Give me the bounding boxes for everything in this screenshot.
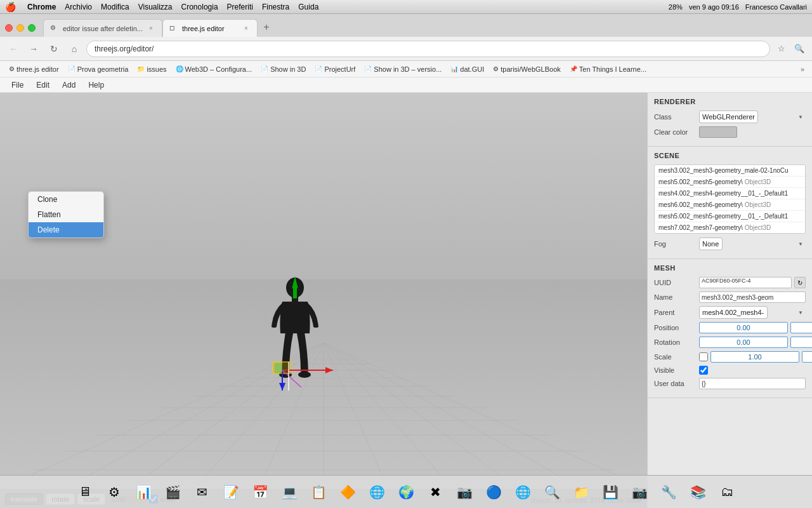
name-input[interactable] xyxy=(699,291,806,303)
dock-mail[interactable]: ✉ xyxy=(189,479,214,505)
menu-preferiti[interactable]: Preferiti xyxy=(227,3,253,11)
dock-finder[interactable]: 🖥 xyxy=(72,479,98,505)
dock-calendar[interactable]: 📅 xyxy=(247,479,273,505)
menu-edit[interactable]: Edit xyxy=(30,79,56,91)
bookmark-showin3d-version[interactable]: 📄 Show in 3D – versio... xyxy=(360,64,445,74)
search-icon[interactable]: 🔍 xyxy=(792,41,807,57)
ctx-clone[interactable]: Clone xyxy=(29,192,103,207)
dock-folder[interactable]: 📁 xyxy=(568,479,594,505)
reload-button[interactable]: ↻ xyxy=(46,41,62,57)
renderer-class-wrapper[interactable]: WebGLRenderer xyxy=(699,110,806,123)
menu-add[interactable]: Add xyxy=(56,79,82,91)
menu-finestra[interactable]: Finestra xyxy=(262,3,289,11)
scene-item-4[interactable]: mesh5.002_mesh5-geometry__01_-_Default1 xyxy=(655,211,805,222)
dock-activity-monitor[interactable]: 📊 xyxy=(131,479,156,505)
apple-menu-icon[interactable]: 🍎 xyxy=(5,2,16,12)
username: Francesco Cavallari xyxy=(745,3,807,11)
tab-threejs-editor[interactable]: ◻ three.js editor × xyxy=(162,19,258,37)
bookmark-star-icon[interactable]: ☆ xyxy=(774,41,789,57)
bookmark-web3d[interactable]: 🌐 Web3D – Configura... xyxy=(172,64,256,74)
dock-preview[interactable]: 📋 xyxy=(306,479,331,505)
forward-button[interactable]: → xyxy=(25,41,42,57)
scene-item-0[interactable]: mesh3.002_mesh3-geometry_male-02-1noCu xyxy=(655,165,805,177)
bookmark7-icon: 📄 xyxy=(364,65,372,72)
parent-wrapper[interactable]: mesh4.002_mesh4- xyxy=(699,306,806,319)
dock-vpn[interactable]: 🌐 xyxy=(510,479,535,505)
userdata-input[interactable] xyxy=(699,378,806,389)
renderer-clearcolor-swatch[interactable] xyxy=(699,126,737,138)
dock-chrome[interactable]: 🌐 xyxy=(364,479,390,505)
bookmark-issues[interactable]: 📁 issues xyxy=(133,64,170,74)
scene-item-2[interactable]: mesh4.002_mesh4-geometry__01_-_Default1 xyxy=(655,188,805,199)
3d-viewport[interactable]: objects: 14, vertices: 2774, faces: 5004… xyxy=(0,93,647,508)
dock-books[interactable]: 📚 xyxy=(685,479,710,505)
menu-visualizza[interactable]: Visualizza xyxy=(138,3,173,11)
scene-item-5[interactable]: mesh7.002_mesh7-geometry\ Object3D xyxy=(655,222,805,233)
address-input[interactable]: threejs.org/editor/ xyxy=(86,41,770,57)
dock-app1[interactable]: 🔶 xyxy=(335,479,360,505)
bookmark-tenthings[interactable]: 📌 Ten Things I Learne... xyxy=(566,64,650,74)
bookmark-threejs-editor[interactable]: ⚙ three.js editor xyxy=(5,64,63,74)
dock-terminal[interactable]: 💻 xyxy=(277,479,302,505)
menu-archivio[interactable]: Archivio xyxy=(65,3,92,11)
bookmarks-more-button[interactable]: » xyxy=(798,64,807,74)
window-close-button[interactable] xyxy=(5,24,13,32)
menu-file[interactable]: File xyxy=(5,79,30,91)
tab2-title: three.js editor xyxy=(182,25,238,32)
dock-stickies[interactable]: 📝 xyxy=(218,479,244,505)
dock-disk[interactable]: 💾 xyxy=(598,479,623,505)
new-tab-button[interactable]: + xyxy=(258,19,275,37)
menu-modifica[interactable]: Modifica xyxy=(101,3,129,11)
scene-item-5-type: Object3D xyxy=(743,224,771,231)
dock-tools[interactable]: 🔧 xyxy=(656,479,681,505)
uuid-refresh-button[interactable]: ↻ xyxy=(794,277,806,288)
ctx-delete[interactable]: Delete xyxy=(29,222,103,237)
bookmark-projecturf[interactable]: 📄 ProjectUrf xyxy=(311,64,359,74)
scale-fields xyxy=(710,351,812,363)
menu-guida[interactable]: Guida xyxy=(298,3,318,11)
dock-files[interactable]: 🗂 xyxy=(714,479,740,505)
dock-system-prefs[interactable]: ⚙ xyxy=(102,479,127,505)
scale-lock-checkbox[interactable] xyxy=(699,352,708,361)
rotation-x[interactable] xyxy=(699,337,788,348)
scene-item-3[interactable]: mesh6.002_mesh6-geometry\ Object3D xyxy=(655,199,805,211)
scene-list: mesh3.002_mesh3-geometry_male-02-1noCu m… xyxy=(654,164,806,234)
dock-camera[interactable]: 📷 xyxy=(452,479,477,505)
window-minimize-button[interactable] xyxy=(16,24,24,32)
window-maximize-button[interactable] xyxy=(28,24,36,32)
tab1-close-icon[interactable]: × xyxy=(147,24,155,33)
position-y[interactable] xyxy=(790,322,812,333)
renderer-class-select[interactable]: WebGLRenderer xyxy=(699,110,758,123)
rotation-y[interactable] xyxy=(790,337,812,348)
fog-select[interactable]: None xyxy=(699,237,723,250)
scale-y[interactable] xyxy=(802,351,812,363)
dock-skype[interactable]: 🔵 xyxy=(481,479,506,505)
dock-iphoto[interactable]: 📷 xyxy=(627,479,652,505)
scene-item-3-name: mesh6.002_mesh6-geometry\ xyxy=(658,201,743,208)
parent-select[interactable]: mesh4.002_mesh4- xyxy=(699,306,768,319)
scene-item-1-name: mesh5.002_mesh5-geometry\ xyxy=(658,178,743,185)
bookmark-showin3d[interactable]: 📄 Show in 3D xyxy=(257,64,310,74)
ctx-flatten[interactable]: Flatten xyxy=(29,207,103,222)
visible-checkbox[interactable] xyxy=(699,366,708,375)
menu-help[interactable]: Help xyxy=(82,79,110,91)
scale-x[interactable] xyxy=(710,351,799,363)
bookmark4-title: Web3D – Configura... xyxy=(185,65,252,73)
bookmark-datgui[interactable]: 📊 dat.GUI xyxy=(447,64,488,74)
back-button[interactable]: ← xyxy=(5,41,22,57)
fog-wrapper[interactable]: None xyxy=(699,237,806,250)
tab2-close-icon[interactable]: × xyxy=(242,24,251,33)
bookmark-prova[interactable]: 📄 Prova geometria xyxy=(64,64,133,74)
dock-dvd[interactable]: 🎬 xyxy=(160,479,185,505)
dock-crossover[interactable]: ✖ xyxy=(422,479,448,505)
rotation-fields xyxy=(699,337,812,348)
dock-safari[interactable]: 🌍 xyxy=(393,479,419,505)
dock-spotlight[interactable]: 🔍 xyxy=(539,479,565,505)
scene-item-1[interactable]: mesh5.002_mesh5-geometry\ Object3D xyxy=(655,177,805,188)
tab-editor-issue[interactable]: ⚙ editor issue after deletin... × xyxy=(43,19,162,37)
home-button[interactable]: ⌂ xyxy=(66,41,82,57)
uuid-field: AC90FD60-05FC-4 ↻ xyxy=(699,277,806,288)
bookmark-webglbook[interactable]: ⚙ tparisi/WebGLBook xyxy=(489,64,565,74)
menu-cronologia[interactable]: Cronologia xyxy=(181,3,218,11)
position-x[interactable] xyxy=(699,322,788,333)
